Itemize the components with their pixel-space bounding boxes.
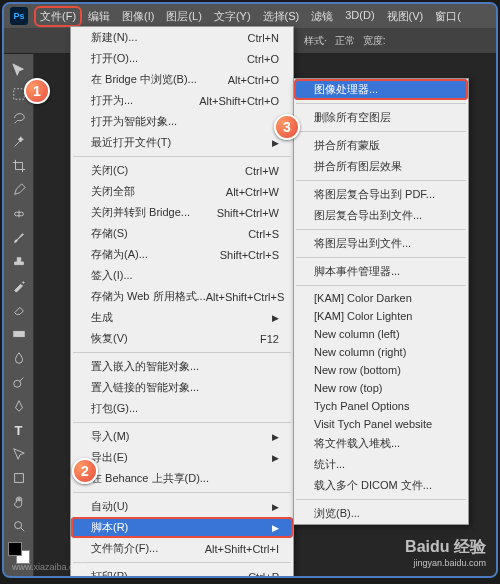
stamp-tool-icon[interactable] (7, 251, 31, 273)
menubar-item[interactable]: 文字(Y) (208, 6, 257, 27)
file-menu-item[interactable]: 关闭(C)Ctrl+W (71, 160, 293, 181)
opt-width-label: 宽度: (363, 34, 386, 48)
file-menu-item[interactable]: 文件简介(F)...Alt+Shift+Ctrl+I (71, 538, 293, 559)
file-menu-separator (73, 156, 291, 157)
step-badge-1: 1 (24, 78, 50, 104)
brush-tool-icon[interactable] (7, 227, 31, 249)
file-menu-item-label: 存储为(A)... (91, 247, 148, 262)
blur-tool-icon[interactable] (7, 347, 31, 369)
script-menu-item[interactable]: 将文件载入堆栈... (294, 433, 468, 454)
script-menu-item[interactable]: [KAM] Color Darken (294, 289, 468, 307)
script-menu-item[interactable]: 统计... (294, 454, 468, 475)
script-menu-item[interactable]: New column (left) (294, 325, 468, 343)
file-menu-item[interactable]: 最近打开文件(T)▶ (71, 132, 293, 153)
menubar-item[interactable]: 滤镜 (305, 6, 339, 27)
dodge-tool-icon[interactable] (7, 371, 31, 393)
file-menu-item[interactable]: 生成▶ (71, 307, 293, 328)
file-menu-item[interactable]: 在 Bridge 中浏览(B)...Alt+Ctrl+O (71, 69, 293, 90)
file-menu-item-label: 文件简介(F)... (91, 541, 158, 556)
file-menu-item[interactable]: 存储为 Web 所用格式...Alt+Shift+Ctrl+S (71, 286, 293, 307)
script-menu-item[interactable]: 载入多个 DICOM 文件... (294, 475, 468, 496)
script-menu-item-label: 删除所有空图层 (314, 110, 391, 125)
file-menu-item-label: 生成 (91, 310, 113, 325)
pen-tool-icon[interactable] (7, 395, 31, 417)
file-menu-item[interactable]: 新建(N)...Ctrl+N (71, 27, 293, 48)
script-menu-item-label: 浏览(B)... (314, 506, 360, 521)
file-menu-item[interactable]: 关闭全部Alt+Ctrl+W (71, 181, 293, 202)
script-menu-item-label: Tych Panel Options (314, 400, 409, 412)
history-brush-icon[interactable] (7, 275, 31, 297)
eyedropper-tool-icon[interactable] (7, 179, 31, 201)
file-menu-item[interactable]: 打包(G)... (71, 398, 293, 419)
script-menu-item[interactable]: New column (right) (294, 343, 468, 361)
script-menu-item[interactable]: 拼合所有图层效果 (294, 156, 468, 177)
file-menu-item[interactable]: 置入链接的智能对象... (71, 377, 293, 398)
script-menu-item[interactable]: Tych Panel Options (294, 397, 468, 415)
hand-tool-icon[interactable] (7, 491, 31, 513)
crop-tool-icon[interactable] (7, 155, 31, 177)
menubar-item[interactable]: 视图(V) (381, 6, 430, 27)
file-menu-item[interactable]: 自动(U)▶ (71, 496, 293, 517)
file-menu-item[interactable]: 打开(O)...Ctrl+O (71, 48, 293, 69)
menubar-item[interactable]: 3D(D) (339, 6, 380, 27)
script-menu-item[interactable]: 图层复合导出到文件... (294, 205, 468, 226)
file-menu-shortcut: Ctrl+N (248, 32, 279, 44)
file-menu-item[interactable]: 存储(S)Ctrl+S (71, 223, 293, 244)
shape-tool-icon[interactable] (7, 467, 31, 489)
gradient-tool-icon[interactable] (7, 323, 31, 345)
color-swatch[interactable] (8, 542, 30, 564)
move-tool-icon[interactable] (7, 59, 31, 81)
menubar-item[interactable]: 图层(L) (160, 6, 207, 27)
menubar-item[interactable]: 图像(I) (116, 6, 160, 27)
eraser-tool-icon[interactable] (7, 299, 31, 321)
script-menu-item[interactable]: Visit Tych Panel website (294, 415, 468, 433)
file-menu-item[interactable]: 打开为智能对象... (71, 111, 293, 132)
script-menu-item[interactable]: 将图层复合导出到 PDF... (294, 184, 468, 205)
script-menu-item[interactable]: New row (bottom) (294, 361, 468, 379)
script-menu-item[interactable]: 浏览(B)... (294, 503, 468, 524)
script-menu-item[interactable]: 将图层导出到文件... (294, 233, 468, 254)
file-menu-item[interactable]: 置入嵌入的智能对象... (71, 356, 293, 377)
healing-tool-icon[interactable] (7, 203, 31, 225)
file-menu-item[interactable]: 脚本(R)▶ (71, 517, 293, 538)
script-menu-item-label: 将图层导出到文件... (314, 236, 411, 251)
menubar-item[interactable]: 窗口( (429, 6, 467, 27)
file-menu-item[interactable]: 打印(P)...Ctrl+P (71, 566, 293, 578)
file-menu-item[interactable]: 打开为...Alt+Shift+Ctrl+O (71, 90, 293, 111)
file-menu-item[interactable]: 签入(I)... (71, 265, 293, 286)
script-menu-item-label: 拼合所有蒙版 (314, 138, 380, 153)
zoom-tool-icon[interactable] (7, 515, 31, 537)
file-dropdown-menu: 新建(N)...Ctrl+N打开(O)...Ctrl+O在 Bridge 中浏览… (70, 26, 294, 578)
file-menu-item[interactable]: 导入(M)▶ (71, 426, 293, 447)
step-badge-3: 3 (274, 114, 300, 140)
file-menu-separator (73, 492, 291, 493)
file-menu-item[interactable]: 存储为(A)...Shift+Ctrl+S (71, 244, 293, 265)
script-menu-item[interactable]: 脚本事件管理器... (294, 261, 468, 282)
script-menu-item-label: 图层复合导出到文件... (314, 208, 422, 223)
type-tool-icon[interactable]: T (7, 419, 31, 441)
file-menu-item[interactable]: 恢复(V)F12 (71, 328, 293, 349)
script-menu-item-label: 拼合所有图层效果 (314, 159, 402, 174)
menubar-item[interactable]: 编辑 (82, 6, 116, 27)
menubar: Ps 文件(F)编辑图像(I)图层(L)文字(Y)选择(S)滤镜3D(D)视图(… (4, 4, 496, 28)
script-menu-item[interactable]: 删除所有空图层 (294, 107, 468, 128)
svg-point-5 (14, 522, 21, 529)
lasso-tool-icon[interactable] (7, 107, 31, 129)
submenu-arrow-icon: ▶ (272, 432, 279, 442)
script-menu-item[interactable]: [KAM] Color Lighten (294, 307, 468, 325)
file-menu-item-label: 关闭并转到 Bridge... (91, 205, 190, 220)
file-menu-item-label: 导入(M) (91, 429, 130, 444)
script-menu-item-label: 将文件载入堆栈... (314, 436, 400, 451)
file-menu-item[interactable]: 导出(E)▶ (71, 447, 293, 468)
menubar-item[interactable]: 选择(S) (257, 6, 306, 27)
wand-tool-icon[interactable] (7, 131, 31, 153)
file-menu-item[interactable]: 在 Behance 上共享(D)... (71, 468, 293, 489)
script-menu-separator (296, 103, 466, 104)
path-tool-icon[interactable] (7, 443, 31, 465)
submenu-arrow-icon: ▶ (272, 313, 279, 323)
script-menu-item[interactable]: 拼合所有蒙版 (294, 135, 468, 156)
script-menu-item[interactable]: 图像处理器... (294, 79, 468, 100)
menubar-item[interactable]: 文件(F) (34, 6, 82, 27)
file-menu-item[interactable]: 关闭并转到 Bridge...Shift+Ctrl+W (71, 202, 293, 223)
script-menu-item[interactable]: New row (top) (294, 379, 468, 397)
